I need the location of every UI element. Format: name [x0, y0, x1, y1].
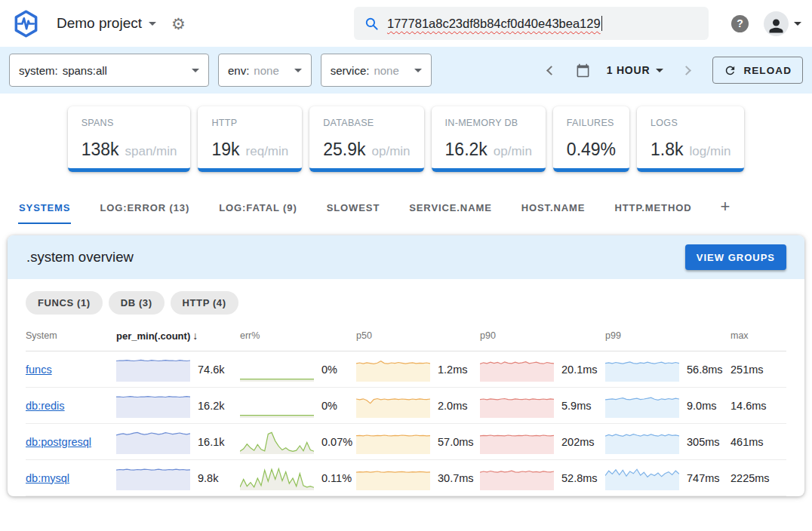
system-filter-select[interactable]: system: spans:all — [9, 54, 209, 87]
column-header[interactable]: p50 — [356, 330, 472, 341]
tab[interactable]: HTTP.METHOD — [614, 190, 692, 224]
cell-err: 0% — [240, 357, 349, 382]
table-body: funcs 74.6k 0% 1.2ms 20.1ms 56.8ms 251ms… — [26, 351, 786, 496]
p99-value: 9.0ms — [687, 400, 717, 412]
cell-err: 0.07% — [240, 429, 349, 454]
metric-label: DATABASE — [323, 118, 410, 128]
app-logo-icon[interactable] — [12, 10, 40, 38]
group-chip[interactable]: HTTP (4) — [171, 291, 238, 315]
refresh-icon — [724, 64, 737, 77]
p50-sparkline — [356, 465, 430, 490]
env-filter-value: none — [254, 64, 278, 77]
group-chips: FUNCS (1) DB (3) HTTP (4) — [8, 279, 804, 320]
table-row: db:mysql 9.8k 0.11% 30.7ms 52.8ms 747ms … — [26, 460, 786, 496]
cell-p50: 57.0ms — [356, 429, 472, 454]
metric-card: LOGS 1.8k log/min — [637, 106, 744, 172]
p90-sparkline — [480, 393, 554, 418]
p99-sparkline — [605, 357, 679, 382]
metric-label: HTTP — [211, 118, 288, 128]
per-min-value: 74.6k — [198, 364, 224, 376]
err-sparkline — [240, 465, 314, 490]
metric-value: 0.49% — [567, 140, 616, 160]
column-header[interactable]: err% — [240, 330, 349, 341]
chevron-down-icon — [656, 69, 663, 72]
column-header[interactable]: System — [26, 330, 109, 341]
metric-value: 19k — [211, 140, 239, 160]
system-link[interactable]: db:postgresql — [26, 436, 91, 448]
metric-card: IN-MEMORY DB 16.2k op/min — [432, 106, 546, 172]
cell-max: 461ms — [730, 436, 786, 448]
tab[interactable]: SLOWEST — [326, 190, 381, 224]
chevron-down-icon — [294, 69, 302, 72]
help-icon[interactable]: ? — [731, 15, 749, 32]
metric-cards: SPANS 138k span/min HTTP 19k req/min DAT… — [0, 94, 812, 186]
system-link[interactable]: db:redis — [26, 400, 65, 412]
column-header[interactable]: p99 — [605, 330, 723, 341]
per-min-value: 9.8k — [198, 472, 218, 484]
metric-card: FAILURES 0.49% — [553, 106, 629, 172]
group-chip[interactable]: DB (3) — [109, 291, 165, 315]
p50-value: 1.2ms — [438, 364, 468, 376]
cell-err: 0.11% — [240, 465, 349, 490]
err-value: 0.07% — [321, 436, 352, 448]
reload-button[interactable]: RELOAD — [712, 57, 803, 84]
next-period-chevron-icon[interactable] — [682, 66, 692, 75]
panel-title: .system overview — [26, 249, 134, 266]
tab[interactable]: LOG:FATAL (9) — [218, 190, 297, 224]
table-row: db:redis 16.2k 0% 2.0ms 5.9ms 9.0ms 14.6… — [26, 388, 786, 424]
metric-value: 1.8k — [651, 140, 683, 160]
calendar-icon[interactable] — [576, 63, 590, 78]
cell-p90: 5.9ms — [480, 393, 598, 418]
table-header: Systemper_min(.count)↓err%p50p90p99max — [26, 320, 786, 351]
service-filter-select[interactable]: service: none — [321, 54, 432, 87]
p99-value: 305ms — [687, 436, 720, 448]
cell-p90: 202ms — [480, 429, 598, 454]
tab[interactable]: HOST.NAME — [521, 190, 586, 224]
system-link[interactable]: db:mysql — [26, 472, 69, 484]
settings-gear-icon[interactable]: ⚙ — [171, 16, 186, 32]
cell-p99: 9.0ms — [605, 393, 723, 418]
service-filter-label: service: — [331, 64, 370, 77]
cell-p99: 305ms — [605, 429, 723, 454]
view-groups-button[interactable]: VIEW GROUPS — [685, 244, 786, 270]
panel-header: .system overview VIEW GROUPS — [8, 235, 804, 279]
err-value: 0% — [321, 400, 337, 412]
env-filter-select[interactable]: env: none — [218, 54, 312, 87]
p99-value: 56.8ms — [687, 364, 723, 376]
person-icon — [766, 16, 786, 36]
group-chip[interactable]: FUNCS (1) — [26, 291, 103, 315]
avatar[interactable] — [764, 11, 789, 36]
prev-period-chevron-icon[interactable] — [546, 66, 556, 75]
p50-value: 2.0ms — [438, 400, 468, 412]
p90-sparkline — [480, 429, 554, 454]
account-chevron-down-icon[interactable] — [794, 22, 801, 26]
per-min-sparkline — [116, 429, 190, 454]
metric-label: SPANS — [82, 118, 177, 128]
tab[interactable]: LOG:ERROR (13) — [99, 190, 190, 224]
project-switcher[interactable]: Demo project — [57, 15, 156, 32]
add-tab-button[interactable]: + — [721, 197, 730, 218]
per-min-sparkline — [116, 393, 190, 418]
tab[interactable]: SERVICE.NAME — [408, 190, 493, 224]
column-header[interactable]: p90 — [480, 330, 598, 341]
system-filter-label: system: — [19, 64, 58, 77]
system-filter-value: spans:all — [63, 64, 107, 77]
p99-sparkline — [605, 393, 679, 418]
column-header[interactable]: per_min(.count)↓ — [116, 330, 232, 342]
column-header[interactable]: max — [730, 330, 786, 341]
systems-table: Systemper_min(.count)↓err%p50p90p99max f… — [26, 320, 786, 496]
per-min-sparkline — [116, 357, 190, 382]
metric-unit: req/min — [246, 144, 289, 159]
metric-value: 25.9k — [323, 140, 365, 160]
per-min-value: 16.2k — [198, 400, 224, 412]
search-input[interactable]: 177781a8c23df8b84cf0d40e43bea129 — [354, 7, 709, 40]
time-controls: 1 HOUR RELOAD — [548, 57, 803, 84]
system-link[interactable]: funcs — [26, 364, 52, 376]
tab-bar: SYSTEMS LOG:ERROR (13) LOG:FATAL (9) SLO… — [0, 186, 812, 224]
per-min-value: 16.1k — [198, 436, 224, 448]
chevron-down-icon — [192, 69, 199, 72]
tab[interactable]: SYSTEMS — [18, 190, 71, 224]
time-range-select[interactable]: 1 HOUR — [607, 64, 664, 76]
err-value: 0.11% — [321, 472, 352, 484]
text-cursor — [601, 16, 603, 31]
